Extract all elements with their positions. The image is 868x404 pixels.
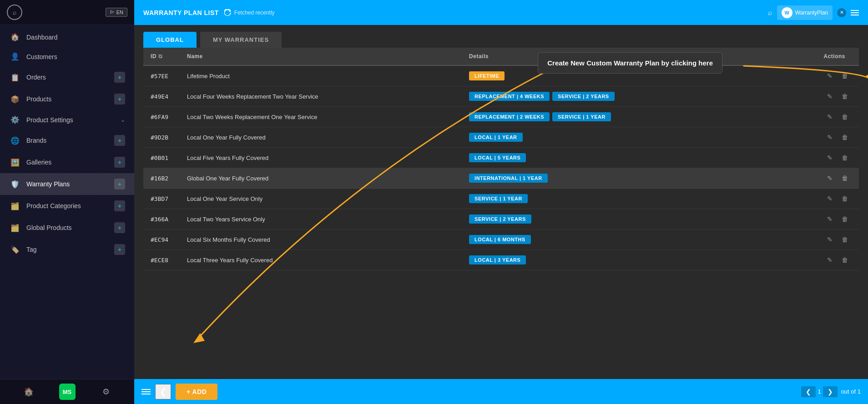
sidebar-item-product-categories[interactable]: 🗂️ Product Categories + [0,195,134,217]
add-icon[interactable]: + [114,72,125,83]
sidebar-item-label: Tag [26,246,114,253]
close-button[interactable]: ✕ [837,8,846,17]
sidebar-item-dashboard[interactable]: 🏠 Dashboard [0,27,134,47]
delete-button[interactable]: 🗑 [838,152,852,163]
next-page-button[interactable]: ❯ [823,386,838,397]
edit-button[interactable]: ✎ [823,193,836,204]
edit-button[interactable]: ✎ [823,152,836,163]
sidebar-item-customers[interactable]: 👤 Customers [0,47,134,66]
tab-global[interactable]: GLOBAL [143,32,197,48]
delete-button[interactable]: 🗑 [838,193,852,204]
products-icon: 📦 [9,95,21,104]
add-button[interactable]: + ADD [176,384,217,400]
edit-button[interactable]: ✎ [823,254,836,265]
ms-button[interactable]: MS [59,384,76,400]
add-icon[interactable]: + [114,222,125,233]
warranty-badge: REPLACEMENT | 2 WEEKS [469,112,550,121]
delete-button[interactable]: 🗑 [838,91,852,102]
page-total: out of 1 [841,388,861,395]
edit-button[interactable]: ✎ [823,214,836,224]
table-row: #57EE Lifetime Product LIFETIME ✎ 🗑 [143,65,859,86]
sidebar-item-brands[interactable]: 🌐 Brands + [0,130,134,151]
table-row: #16B2 Global One Year Fully Covered INTE… [143,168,859,189]
edit-button[interactable]: ✎ [823,173,836,184]
edit-button[interactable]: ✎ [823,132,836,143]
language-badge[interactable]: 🏳 EN [106,8,127,17]
fetch-status: Fetched recently [234,10,275,16]
edit-button[interactable]: ✎ [823,111,836,122]
delete-button[interactable]: 🗑 [838,254,852,265]
customers-icon: 👤 [9,52,21,61]
warranty-badge: LOCAL | 6 MONTHS [469,235,531,244]
warranty-badge: SERVICE | 2 YEARS [552,92,615,101]
row-actions: ✎ 🗑 [777,168,859,189]
add-icon[interactable]: + [114,94,125,105]
edit-button[interactable]: ✎ [823,91,836,102]
main-content: GLOBALMY WARRANTIES Create New Custom Wa… [134,25,868,379]
sidebar-item-label: Global Products [26,224,114,231]
delete-button[interactable]: 🗑 [838,234,852,245]
row-details: SERVICE | 2 YEARS [462,209,777,229]
sidebar-item-galleries[interactable]: 🖼️ Galleries + [0,151,134,173]
row-actions: ✎ 🗑 [777,107,859,127]
home-button[interactable]: 🏠 [20,384,37,400]
prev-page-button[interactable]: ❮ [801,386,816,397]
row-id: #0B01 [143,148,180,168]
sidebar-item-warranty-plans[interactable]: 🛡️ Warranty Plans + [0,173,134,195]
table-row: #6FA9 Local Two Weeks Replacement One Ye… [143,107,859,127]
sidebar-item-label: Brands [26,137,114,144]
sidebar-footer: 🏠 MS ⚙ [0,379,134,404]
refresh-icon[interactable] [224,9,232,16]
sidebar-item-label: Product Categories [26,202,114,209]
back-button[interactable]: ❮ [155,384,171,399]
col-actions: Actions [777,48,859,65]
search-icon[interactable]: ⌕ [768,9,772,17]
edit-button[interactable]: ✎ [823,70,836,81]
settings-button[interactable]: ⚙ [98,384,114,400]
add-icon[interactable]: + [114,157,125,168]
delete-button[interactable]: 🗑 [838,70,852,81]
edit-button[interactable]: ✎ [823,234,836,245]
bottom-menu-icon[interactable] [141,389,151,394]
warranty-badge: SERVICE | 2 YEARS [469,214,531,224]
add-icon[interactable]: + [114,179,125,190]
sidebar-header: ⌕ 🏳 EN [0,0,134,25]
delete-button[interactable]: 🗑 [838,214,852,224]
row-actions: ✎ 🗑 [777,189,859,209]
sidebar-item-orders[interactable]: 📋 Orders + [0,66,134,88]
sidebar-search-button[interactable]: ⌕ [7,5,22,20]
row-name: Local Four Weeks Replacement Two Year Se… [180,86,462,107]
tab-my-warranties[interactable]: MY WARRANTIES [200,32,282,48]
sidebar-item-global-products[interactable]: 🗂️ Global Products + [0,217,134,239]
add-icon[interactable]: + [114,200,125,211]
delete-button[interactable]: 🗑 [838,111,852,122]
delete-button[interactable]: 🗑 [838,132,852,143]
sidebar: ⌕ 🏳 EN 🏠 Dashboard 👤 Customers 📋 Orders … [0,0,134,404]
sidebar-item-label: Products [26,95,114,103]
delete-button[interactable]: 🗑 [838,173,852,184]
row-id: #49E4 [143,86,180,107]
user-badge[interactable]: W WarrantyPlan [777,5,833,20]
row-name: Local One Year Service Only [180,189,462,209]
global-products-icon: 🗂️ [9,224,21,232]
brands-icon: 🌐 [9,136,21,145]
row-details: LOCAL | 1 YEAR [462,127,777,148]
warranty-badge: REPLACEMENT | 4 WEEKS [469,92,550,101]
row-name: Global One Year Fully Covered [180,168,462,189]
copy-icon[interactable]: ⧉ [158,53,163,60]
row-actions: ✎ 🗑 [777,229,859,250]
menu-icon[interactable] [851,10,859,15]
dashboard-icon: 🏠 [9,33,21,41]
add-icon[interactable]: + [114,135,125,146]
sidebar-item-label: Customers [26,53,125,60]
col-id: ID ⧉ [143,48,180,65]
sidebar-nav: 🏠 Dashboard 👤 Customers 📋 Orders + 📦 Pro… [0,25,134,379]
product-categories-icon: 🗂️ [9,202,21,210]
add-icon[interactable]: + [114,244,125,255]
row-id: #366A [143,209,180,229]
sidebar-item-product-settings[interactable]: ⚙️ Product Settings ⌄ [0,110,134,130]
sidebar-item-tag[interactable]: 🏷️ Tag + [0,239,134,260]
table-row: #0B01 Local Five Years Fully Covered LOC… [143,148,859,168]
sidebar-item-products[interactable]: 📦 Products + [0,88,134,110]
row-id: #6FA9 [143,107,180,127]
